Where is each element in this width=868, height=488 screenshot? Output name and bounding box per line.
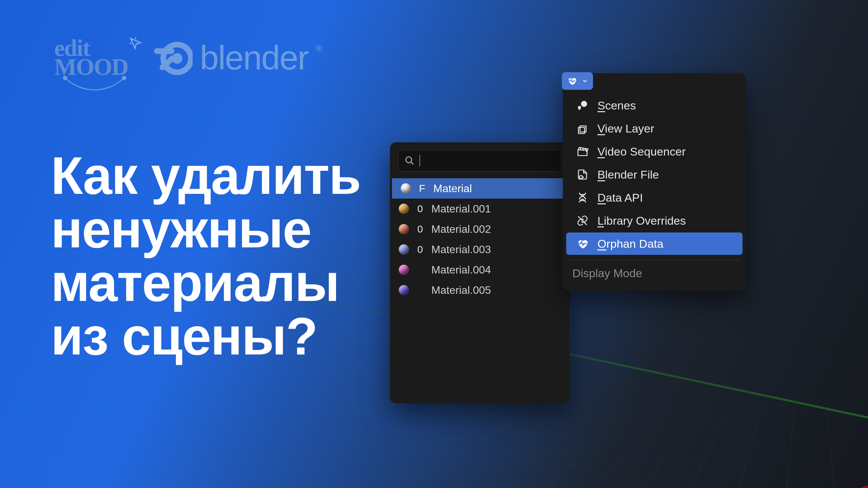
material-ball-icon bbox=[399, 285, 409, 295]
svg-point-4 bbox=[406, 157, 412, 163]
svg-point-1 bbox=[122, 76, 126, 80]
dna-icon bbox=[576, 191, 589, 204]
headline-line-4: из сцены? bbox=[51, 310, 360, 363]
heart-icon bbox=[576, 237, 589, 250]
menu-item-label: Data API bbox=[597, 191, 643, 204]
material-row[interactable]: Material.005 bbox=[390, 280, 570, 300]
headline: Как удалить ненужные материалы из сцены? bbox=[51, 149, 360, 363]
menu-item-orphan-data[interactable]: Orphan Data bbox=[566, 232, 743, 255]
chevron-down-icon bbox=[582, 78, 588, 84]
material-ball-icon bbox=[399, 265, 409, 275]
menu-item-video-sequencer[interactable]: Video Sequencer bbox=[566, 140, 743, 163]
menu-item-label: Blender File bbox=[597, 168, 659, 181]
svg-point-0 bbox=[63, 76, 67, 80]
menu-item-library-overrides[interactable]: Library Overrides bbox=[566, 209, 743, 232]
heart-pulse-icon bbox=[567, 76, 577, 86]
blender-icon bbox=[152, 37, 193, 78]
menu-separator bbox=[568, 260, 741, 260]
blender-logo: blender ® bbox=[152, 37, 322, 78]
material-name: Material bbox=[433, 182, 472, 195]
viewport-grid bbox=[277, 402, 868, 488]
search-icon bbox=[405, 156, 415, 166]
menu-item-label: Video Sequencer bbox=[597, 145, 686, 158]
material-name: Material.004 bbox=[431, 264, 491, 276]
material-ball-icon bbox=[399, 204, 409, 214]
material-name: Material.003 bbox=[431, 243, 491, 256]
material-ball-icon bbox=[399, 244, 409, 255]
layers-icon bbox=[576, 122, 589, 135]
clapper-icon bbox=[576, 145, 589, 158]
menu-item-label: Scenes bbox=[597, 99, 636, 112]
material-prefix: 0 bbox=[416, 244, 425, 255]
material-ball-icon bbox=[399, 224, 409, 234]
material-ball-icon bbox=[401, 183, 411, 194]
material-name: Material.005 bbox=[431, 284, 491, 297]
display-mode-trigger[interactable] bbox=[562, 72, 593, 90]
menu-item-label: View Layer bbox=[597, 122, 654, 135]
headline-line-3: материалы bbox=[51, 256, 360, 310]
material-row[interactable]: 0Material.003 bbox=[390, 239, 570, 260]
material-prefix: 0 bbox=[416, 203, 425, 215]
cursor-icon bbox=[128, 36, 143, 51]
scenes-icon bbox=[576, 99, 589, 112]
search-input[interactable] bbox=[398, 150, 561, 171]
menu-item-scenes[interactable]: Scenes bbox=[566, 94, 743, 117]
menu-item-blender-file[interactable]: Blender File bbox=[566, 163, 743, 186]
svg-rect-6 bbox=[580, 126, 586, 132]
material-prefix: 0 bbox=[416, 223, 425, 235]
blender-wordmark: blender bbox=[200, 38, 309, 77]
menu-item-label: Orphan Data bbox=[597, 237, 664, 250]
menu-item-label: Library Overrides bbox=[597, 214, 686, 227]
link-icon bbox=[576, 214, 589, 227]
menu-footer-label: Display Mode bbox=[563, 263, 746, 282]
material-search-panel: FMaterial0Material.0010Material.0020Mate… bbox=[390, 142, 570, 403]
material-name: Material.002 bbox=[431, 223, 491, 236]
svg-rect-7 bbox=[578, 127, 585, 134]
text-caret bbox=[419, 155, 420, 166]
material-name: Material.001 bbox=[431, 203, 491, 215]
material-row[interactable]: FMaterial bbox=[392, 178, 568, 199]
material-prefix: F bbox=[418, 183, 427, 194]
material-row[interactable]: 0Material.001 bbox=[390, 199, 570, 219]
display-mode-menu: ScenesView LayerVideo SequencerBlender F… bbox=[563, 73, 746, 291]
smile-icon bbox=[62, 75, 127, 92]
editmood-line2: MOOD bbox=[54, 58, 128, 77]
registered-mark: ® bbox=[316, 43, 322, 54]
editmood-logo: edit MOOD bbox=[54, 39, 128, 77]
headline-line-2: ненужные bbox=[51, 203, 360, 256]
menu-item-data-api[interactable]: Data API bbox=[566, 186, 743, 209]
svg-point-5 bbox=[581, 101, 587, 107]
menu-item-view-layer[interactable]: View Layer bbox=[566, 117, 743, 140]
material-row[interactable]: 0Material.002 bbox=[390, 219, 570, 239]
headline-line-1: Как удалить bbox=[51, 149, 360, 203]
file-icon bbox=[576, 168, 589, 181]
material-row[interactable]: Material.004 bbox=[390, 260, 570, 280]
